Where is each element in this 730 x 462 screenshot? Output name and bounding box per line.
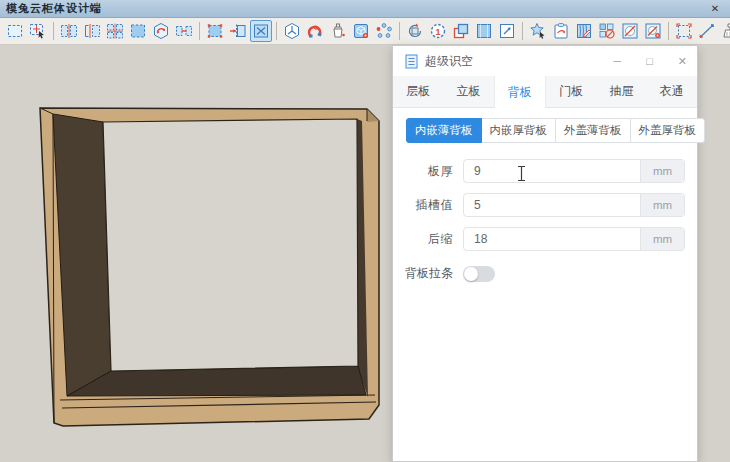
form-row-back-tie-bar: 背板拉条 <box>405 265 685 282</box>
text-cursor <box>516 165 527 182</box>
dialog-minimize-icon[interactable]: ─ <box>613 56 621 67</box>
dialog-title: 超级识空 <box>425 53 473 70</box>
tab-hanging-rod[interactable]: 衣通 <box>647 76 697 107</box>
tab-door-board[interactable]: 门板 <box>546 76 596 107</box>
form-row-back-offset: 后缩 mm <box>405 227 685 251</box>
toolbar-separator <box>399 22 400 40</box>
subtab-overlay-thick-back[interactable]: 外盖厚背板 <box>630 118 706 143</box>
tab-drawer[interactable]: 抽屉 <box>596 76 646 107</box>
toolbar-separator <box>522 22 523 40</box>
slot-value-unit: mm <box>640 194 684 216</box>
backboard-form: 板厚 mm 插槽值 mm 后缩 mm 背板拉条 <box>393 159 697 282</box>
subtab-inset-thick-back[interactable]: 内嵌厚背板 <box>481 118 557 143</box>
window-close-icon[interactable]: ✕ <box>708 3 722 14</box>
rotate-square-icon[interactable] <box>404 20 426 42</box>
panel-pair-icon[interactable] <box>58 20 80 42</box>
app-window: { "colors": { "accent_blue": "#2e8ae0", … <box>0 0 730 462</box>
hex-swap-icon[interactable] <box>150 20 172 42</box>
filled-corners-icon[interactable] <box>204 20 226 42</box>
back-offset-input[interactable] <box>464 228 640 250</box>
tab-back-board[interactable]: 背板 <box>494 76 546 108</box>
back-tie-bar-label: 背板拉条 <box>405 265 453 282</box>
star-cursor-icon[interactable] <box>527 20 549 42</box>
grid-block-icon[interactable] <box>596 20 618 42</box>
toolbar-separator <box>668 22 669 40</box>
curtain-edit-icon[interactable] <box>573 20 595 42</box>
broom-icon[interactable] <box>719 20 730 42</box>
svg-text:1: 1 <box>435 27 440 37</box>
expand-arrow-icon[interactable] <box>496 20 518 42</box>
tab-shelf-board[interactable]: 层板 <box>393 76 443 107</box>
cabinet-3d-model <box>0 45 392 462</box>
back-tie-bar-toggle[interactable] <box>463 266 495 282</box>
window-title: 模兔云柜体设计端 <box>6 1 102 16</box>
select-edit-icon[interactable] <box>27 20 49 42</box>
copy-squares-icon[interactable] <box>450 20 472 42</box>
window-titlebar: 模兔云柜体设计端 ✕ <box>0 0 730 18</box>
panels-merge-icon[interactable] <box>173 20 195 42</box>
subtab-inset-thin-back[interactable]: 内嵌薄背板 <box>406 118 482 143</box>
dialog-titlebar: 超级识空 ─ □ ✕ <box>393 46 697 76</box>
dialog-maximize-icon[interactable]: □ <box>646 56 653 67</box>
gear-number-icon[interactable]: 1 <box>427 20 449 42</box>
box-gear-icon[interactable] <box>350 20 372 42</box>
form-row-slot-value: 插槽值 mm <box>405 193 685 217</box>
slot-value-label: 插槽值 <box>405 197 453 214</box>
category-tabs: 层板 立板 背板 门板 抽屉 衣通 <box>393 76 697 108</box>
backboard-type-segments: 内嵌薄背板 内嵌厚背板 外盖薄背板 外盖厚背板 <box>406 118 685 143</box>
toggle-knob <box>464 267 478 281</box>
marquee-select-icon[interactable] <box>4 20 26 42</box>
measure-line-icon[interactable] <box>696 20 718 42</box>
arrow-into-panel-icon[interactable] <box>227 20 249 42</box>
frame-corners-icon[interactable] <box>673 20 695 42</box>
clipboard-arrow-icon[interactable] <box>550 20 572 42</box>
back-offset-unit: mm <box>640 228 684 250</box>
board-thickness-unit: mm <box>640 160 684 182</box>
document-list-icon <box>405 54 418 69</box>
circle-slash-gear-icon[interactable] <box>642 20 664 42</box>
board-thickness-label: 板厚 <box>405 163 453 180</box>
panel-bracket-icon[interactable] <box>81 20 103 42</box>
settings-dialog: 超级识空 ─ □ ✕ 层板 立板 背板 门板 抽屉 衣通 内嵌薄背板 内嵌厚背板… <box>392 45 698 462</box>
magnet-icon[interactable] <box>304 20 326 42</box>
toolbar-separator <box>276 22 277 40</box>
board-thickness-input[interactable] <box>464 160 640 182</box>
panel-grid-icon[interactable] <box>104 20 126 42</box>
tab-vertical-board[interactable]: 立板 <box>443 76 493 107</box>
circle-slash-icon[interactable] <box>619 20 641 42</box>
form-row-board-thickness: 板厚 mm <box>405 159 685 183</box>
toolbar-separator <box>199 22 200 40</box>
blue-panel-icon[interactable] <box>473 20 495 42</box>
deselect-box-icon[interactable] <box>250 20 272 42</box>
paint-bucket-icon[interactable] <box>327 20 349 42</box>
slot-value-input[interactable] <box>464 194 640 216</box>
main-toolbar: 1 <box>0 18 730 45</box>
dots-circle-icon[interactable] <box>373 20 395 42</box>
toolbar-separator <box>53 22 54 40</box>
subtab-overlay-thin-back[interactable]: 外盖薄背板 <box>555 118 631 143</box>
back-offset-label: 后缩 <box>405 231 453 248</box>
panel-filled-icon[interactable] <box>127 20 149 42</box>
dialog-close-icon[interactable]: ✕ <box>678 56 687 67</box>
hex-axis-icon[interactable] <box>281 20 303 42</box>
